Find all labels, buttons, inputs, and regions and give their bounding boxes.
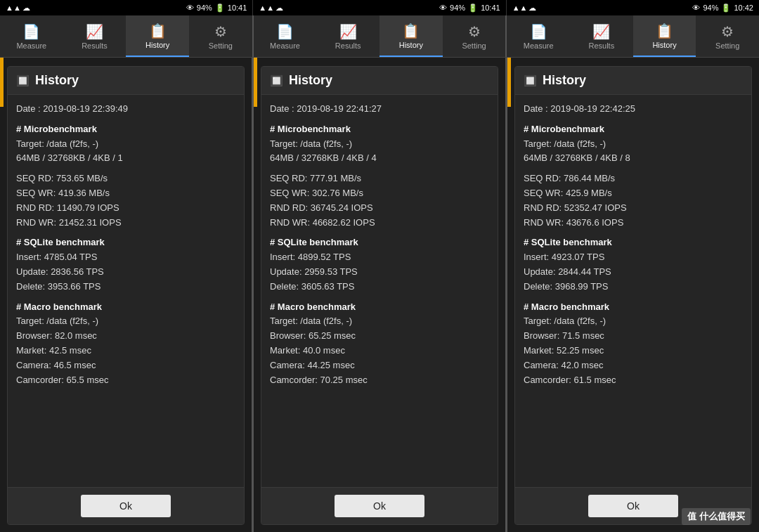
- dialog-title-bar-1: 🔲 History: [8, 67, 244, 95]
- sqlite-update-2: Update: 2959.53 TPS: [270, 265, 489, 280]
- tab-setting-2[interactable]: ⚙ Setting: [443, 15, 506, 57]
- signal-left-1: ▲▲ ☁: [6, 4, 30, 13]
- macro-header-1: # Macro benchmark: [16, 300, 235, 315]
- history-label-1: History: [145, 41, 169, 49]
- status-right-2: 👁 94% 🔋 10:41: [439, 4, 500, 13]
- seq-rd-1: SEQ RD: 753.65 MB/s: [16, 171, 235, 186]
- history-dialog-3: 🔲 History Date : 2019-08-19 22:42:25 # M…: [514, 66, 752, 525]
- date-line-2: Date : 2019-08-19 22:41:27: [270, 102, 489, 117]
- microbench-target-3: Target: /data (f2fs, -): [524, 137, 743, 152]
- rnd-rd-3: RND RD: 52352.47 IOPS: [524, 201, 743, 216]
- status-bar-1: ▲▲ ☁ 👁 94% 🔋 10:41: [0, 0, 253, 15]
- status-right-3: 👁 94% 🔋 10:42: [692, 4, 753, 13]
- setting-icon-2: ⚙: [468, 23, 481, 40]
- tab-history-2[interactable]: 📋 History: [379, 15, 443, 57]
- microbench-header-3: # Microbenchmark: [524, 122, 743, 137]
- rnd-wr-2: RND WR: 46682.62 IOPS: [270, 216, 489, 231]
- ok-button-2[interactable]: Ok: [335, 495, 424, 517]
- measure-label-1: Measure: [16, 41, 46, 50]
- battery-text-3: 94%: [703, 4, 718, 12]
- signal-left-3: ▲▲ ☁: [512, 4, 537, 13]
- macro-target-3: Target: /data (f2fs, -): [524, 314, 743, 329]
- ok-button-3[interactable]: Ok: [588, 495, 678, 517]
- macro-target-1: Target: /data (f2fs, -): [16, 314, 235, 329]
- measure-icon-3: 📄: [530, 23, 547, 40]
- macro-camera-1: Camera: 46.5 msec: [16, 358, 235, 373]
- signal-icon-2: ▲▲: [259, 4, 274, 12]
- dialog-title-2: History: [289, 73, 332, 88]
- microbench-header-2: # Microbenchmark: [270, 122, 489, 137]
- status-bars-row: ▲▲ ☁ 👁 94% 🔋 10:41 ▲▲ ☁ 👁 94% 🔋 10:41 ▲▲…: [0, 0, 759, 15]
- time-2: 10:41: [481, 4, 500, 12]
- battery-text-2: 94%: [450, 4, 465, 12]
- setting-icon-1: ⚙: [214, 23, 227, 40]
- eye-icon-1: 👁: [186, 4, 194, 12]
- main-panels: 🔲 History Date : 2019-08-19 22:39:49 # M…: [0, 58, 759, 532]
- dialog-title-icon-3: 🔲: [524, 74, 537, 87]
- macro-camera-3: Camera: 42.0 msec: [524, 358, 743, 373]
- tab-results-3[interactable]: 📈 Results: [570, 15, 633, 57]
- tab-results-1[interactable]: 📈 Results: [63, 15, 126, 57]
- sqlite-delete-1: Delete: 3953.66 TPS: [16, 280, 235, 294]
- signal-icon-1: ▲▲: [6, 4, 21, 12]
- microbench-size-3: 64MB / 32768KB / 4KB / 8: [524, 151, 743, 166]
- dialog-footer-2: Ok: [261, 487, 498, 524]
- status-right-1: 👁 94% 🔋 10:41: [186, 4, 247, 13]
- seq-rd-2: SEQ RD: 777.91 MB/s: [270, 171, 489, 186]
- dialog-title-3: History: [543, 73, 586, 88]
- tab-bars-row: 📄 Measure 📈 Results 📋 History ⚙ Setting …: [0, 15, 759, 58]
- tab-history-3[interactable]: 📋 History: [633, 15, 696, 57]
- dialog-body-2: Date : 2019-08-19 22:41:27 # Microbenchm…: [261, 95, 498, 487]
- microbench-header-1: # Microbenchmark: [16, 122, 235, 137]
- phone-panel-3: 🔲 History Date : 2019-08-19 22:42:25 # M…: [507, 58, 759, 532]
- tab-measure-2[interactable]: 📄 Measure: [254, 15, 317, 57]
- history-icon-1: 📋: [149, 22, 167, 39]
- dialog-title-icon-1: 🔲: [16, 74, 30, 87]
- measure-icon-2: 📄: [276, 23, 294, 40]
- tab-history-1[interactable]: 📋 History: [126, 15, 189, 57]
- watermark: 值 什么值得买: [682, 508, 751, 525]
- history-dialog-2: 🔲 History Date : 2019-08-19 22:41:27 # M…: [261, 66, 498, 525]
- sqlite-delete-3: Delete: 3968.99 TPS: [524, 280, 743, 294]
- seq-rd-3: SEQ RD: 786.44 MB/s: [524, 171, 743, 186]
- wifi-icon-1: ☁: [22, 4, 30, 13]
- tab-measure-1[interactable]: 📄 Measure: [0, 15, 63, 57]
- macro-camcorder-1: Camcorder: 65.5 msec: [16, 373, 235, 388]
- dialog-footer-1: Ok: [8, 487, 244, 524]
- tab-measure-3[interactable]: 📄 Measure: [507, 15, 570, 57]
- macro-camcorder-3: Camcorder: 61.5 msec: [524, 373, 743, 388]
- dialog-body-3: Date : 2019-08-19 22:42:25 # Microbenchm…: [515, 95, 751, 487]
- battery-icon-1: 🔋: [215, 4, 225, 13]
- history-dialog-1: 🔲 History Date : 2019-08-19 22:39:49 # M…: [7, 66, 245, 525]
- phone-panel-2: 🔲 History Date : 2019-08-19 22:41:27 # M…: [254, 58, 505, 532]
- results-icon-2: 📈: [339, 23, 357, 40]
- microbench-target-2: Target: /data (f2fs, -): [270, 137, 489, 152]
- macro-camera-2: Camera: 44.25 msec: [270, 358, 489, 373]
- sqlite-delete-2: Delete: 3605.63 TPS: [270, 280, 489, 294]
- macro-header-2: # Macro benchmark: [270, 300, 489, 315]
- macro-market-1: Market: 42.5 msec: [16, 344, 235, 358]
- tab-bar-2: 📄 Measure 📈 Results 📋 History ⚙ Setting: [254, 15, 507, 57]
- microbench-size-2: 64MB / 32768KB / 4KB / 4: [270, 151, 489, 166]
- rnd-wr-3: RND WR: 43676.6 IOPS: [524, 216, 743, 231]
- sqlite-insert-1: Insert: 4785.04 TPS: [16, 250, 235, 265]
- tab-bar-1: 📄 Measure 📈 Results 📋 History ⚙ Setting: [0, 15, 254, 57]
- sqlite-insert-2: Insert: 4899.52 TPS: [270, 250, 489, 265]
- results-icon-3: 📈: [592, 23, 610, 40]
- ok-button-1[interactable]: Ok: [81, 495, 171, 517]
- history-icon-3: 📋: [656, 22, 673, 39]
- setting-label-2: Setting: [462, 41, 486, 50]
- signal-icon-3: ▲▲: [512, 4, 528, 12]
- microbench-target-1: Target: /data (f2fs, -): [16, 137, 235, 152]
- measure-label-2: Measure: [270, 41, 300, 50]
- tab-results-2[interactable]: 📈 Results: [316, 15, 379, 57]
- yellow-strip-3: [507, 58, 511, 107]
- dialog-title-icon-2: 🔲: [270, 74, 283, 87]
- battery-icon-3: 🔋: [721, 4, 731, 13]
- sqlite-update-1: Update: 2836.56 TPS: [16, 265, 235, 280]
- eye-icon-2: 👁: [439, 4, 447, 12]
- battery-icon-2: 🔋: [468, 4, 478, 13]
- yellow-strip-1: [0, 58, 4, 107]
- tab-setting-3[interactable]: ⚙ Setting: [696, 15, 759, 57]
- tab-setting-1[interactable]: ⚙ Setting: [189, 15, 252, 57]
